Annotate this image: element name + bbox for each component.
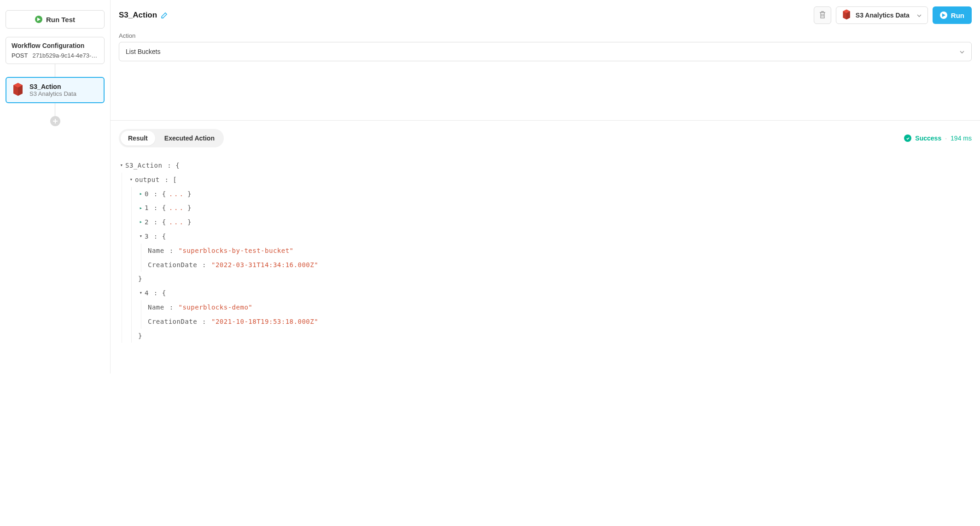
status-text: Success xyxy=(915,134,941,142)
punct: : { xyxy=(150,201,166,215)
json-key: S3_Action xyxy=(125,158,162,173)
title-block: S3_Action xyxy=(119,11,168,20)
chevron-down-icon xyxy=(959,49,965,54)
play-icon xyxy=(35,16,42,23)
caret-icon[interactable] xyxy=(128,174,134,185)
trash-icon xyxy=(819,11,826,20)
json-string: "superblocks-demo" xyxy=(179,300,253,315)
check-icon xyxy=(904,134,911,142)
json-key: Name xyxy=(148,244,164,258)
tree-row-close: } xyxy=(138,272,972,286)
app-root: Run Test Workflow Configuration POST 271… xyxy=(0,0,980,374)
ellipsis: ... xyxy=(167,201,187,215)
tree-row-kv: CreationDate : "2021-10-18T19:53:18.000Z… xyxy=(148,315,972,329)
punct: : xyxy=(165,300,178,315)
action-node-card[interactable]: S3_Action S3 Analytics Data xyxy=(6,77,105,103)
results-header: Result Executed Action Success · 194 ms xyxy=(119,129,972,147)
header-row: S3_Action xyxy=(119,6,972,24)
tree-row-item[interactable]: 3 : { xyxy=(138,229,972,244)
tree-row-item[interactable]: 0 : { ... } xyxy=(138,187,972,201)
punct: : xyxy=(198,315,210,329)
json-key: 4 xyxy=(145,286,149,300)
punct: } xyxy=(138,272,142,286)
svg-marker-1 xyxy=(942,13,945,17)
punct: } xyxy=(187,187,192,201)
workflow-config-card[interactable]: Workflow Configuration POST 271b529a-9c1… xyxy=(6,37,105,64)
main-top: S3_Action xyxy=(111,0,980,70)
action-node-subtitle: S3 Analytics Data xyxy=(29,90,76,97)
edit-icon[interactable] xyxy=(161,12,168,19)
json-key: CreationDate xyxy=(148,258,197,272)
separator: · xyxy=(945,134,947,142)
add-node-button[interactable] xyxy=(50,116,60,126)
ellipsis: ... xyxy=(167,215,187,229)
punct: : { xyxy=(150,229,166,244)
tree-row-item[interactable]: 1 : { ... } xyxy=(138,201,972,215)
results-panel: Result Executed Action Success · 194 ms … xyxy=(111,120,980,351)
action-select-value: List Buckets xyxy=(126,48,160,55)
caret-icon[interactable] xyxy=(138,231,144,242)
action-node-text: S3_Action S3 Analytics Data xyxy=(29,83,76,97)
workflow-config-title: Workflow Configuration xyxy=(12,42,99,49)
punct: } xyxy=(138,329,142,343)
chevron-down-icon xyxy=(916,12,922,18)
status-block: Success · 194 ms xyxy=(904,134,972,142)
tab-executed-action[interactable]: Executed Action xyxy=(157,131,222,146)
caret-icon[interactable] xyxy=(138,188,144,199)
punct: : xyxy=(198,258,210,272)
workflow-method: POST xyxy=(12,52,28,59)
sidebar: Run Test Workflow Configuration POST 271… xyxy=(0,0,111,374)
json-string: "2021-10-18T19:53:18.000Z" xyxy=(211,315,318,329)
punct: : { xyxy=(150,215,166,229)
tab-result[interactable]: Result xyxy=(121,131,155,146)
play-icon xyxy=(940,12,947,19)
connector-line xyxy=(55,103,55,116)
duration-text: 194 ms xyxy=(951,134,972,142)
main-panel: S3_Action xyxy=(111,0,980,374)
s3-icon xyxy=(842,9,851,21)
s3-icon xyxy=(12,82,24,98)
punct: : xyxy=(165,244,178,258)
action-select[interactable]: List Buckets xyxy=(119,42,972,61)
json-key: 1 xyxy=(145,201,149,215)
action-field-label: Action xyxy=(119,32,972,39)
svg-marker-0 xyxy=(37,18,41,21)
tree-row-kv: CreationDate : "2022-03-31T14:34:16.000Z… xyxy=(148,258,972,272)
json-key: 3 xyxy=(145,229,149,244)
json-key: CreationDate xyxy=(148,315,197,329)
caret-icon[interactable] xyxy=(138,203,144,214)
caret-icon[interactable] xyxy=(138,287,144,298)
punct: : { xyxy=(150,187,166,201)
punct: } xyxy=(187,215,192,229)
tree-row-kv: Name : "superblocks-by-test-bucket" xyxy=(148,244,972,258)
json-key: Name xyxy=(148,300,164,315)
page-title: S3_Action xyxy=(119,11,157,20)
header-actions: S3 Analytics Data Run xyxy=(814,6,972,24)
punct: } xyxy=(187,201,192,215)
json-key: 0 xyxy=(145,187,149,201)
json-key: 2 xyxy=(145,215,149,229)
run-test-label: Run Test xyxy=(46,16,75,23)
json-string: "superblocks-by-test-bucket" xyxy=(179,244,294,258)
ellipsis: ... xyxy=(167,187,187,201)
punct: : { xyxy=(150,286,166,300)
caret-icon[interactable] xyxy=(119,160,124,171)
delete-button[interactable] xyxy=(814,6,831,24)
workflow-id: 271b529a-9c14-4e73-9027-… xyxy=(32,52,99,59)
tree-row-root[interactable]: S3_Action : { xyxy=(119,158,972,173)
tab-group: Result Executed Action xyxy=(119,129,224,147)
caret-icon[interactable] xyxy=(138,216,144,228)
connector-line xyxy=(55,64,55,77)
json-tree: S3_Action : { output : [ 0 : { xyxy=(119,158,972,343)
run-test-button[interactable]: Run Test xyxy=(6,10,105,29)
resource-select[interactable]: S3 Analytics Data xyxy=(836,6,928,24)
run-button[interactable]: Run xyxy=(933,6,972,24)
tree-row-close: } xyxy=(138,329,972,343)
tree-row-item[interactable]: 2 : { ... } xyxy=(138,215,972,229)
tree-row-output[interactable]: output : [ xyxy=(128,173,972,187)
punct: : { xyxy=(163,158,180,173)
json-key: output xyxy=(135,173,160,187)
resource-label: S3 Analytics Data xyxy=(856,12,912,19)
json-string: "2022-03-31T14:34:16.000Z" xyxy=(211,258,318,272)
tree-row-item[interactable]: 4 : { xyxy=(138,286,972,300)
